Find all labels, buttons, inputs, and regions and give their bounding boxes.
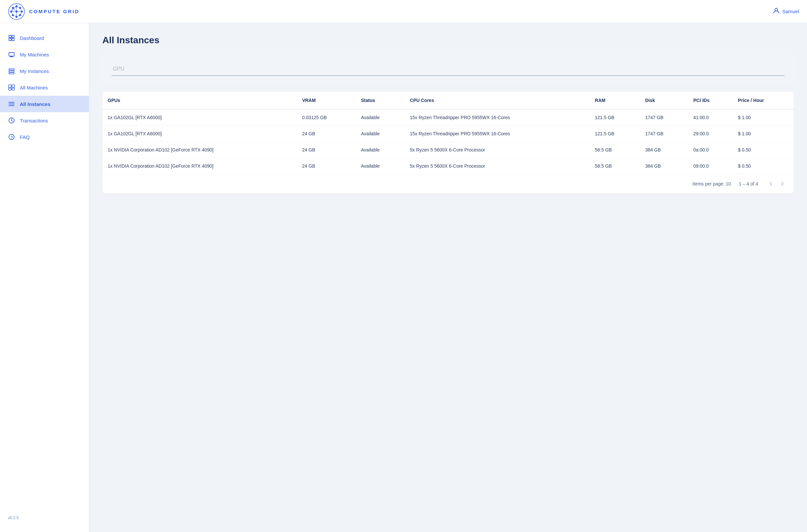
cell-vram-2: 24 GB [297, 142, 356, 158]
col-vram: VRAM [297, 92, 356, 109]
pagination-next-button[interactable] [777, 179, 787, 188]
col-cpu-cores: CPU Cores [405, 92, 589, 109]
svg-rect-34 [9, 73, 14, 74]
svg-rect-26 [12, 35, 14, 38]
col-disk: Disk [640, 92, 688, 109]
sidebar-item-dashboard[interactable]: Dashboard [0, 30, 89, 46]
cell-disk-1: 1747 GB [640, 126, 688, 142]
svg-rect-33 [9, 71, 14, 72]
username: Samuel [782, 8, 799, 14]
cell-vram-1: 24 GB [297, 126, 356, 142]
sidebar-item-all-machines[interactable]: All Machines [0, 79, 89, 96]
cell-price_hour-2: $ 0.50 [733, 142, 794, 158]
svg-text:?: ? [11, 135, 13, 139]
user-icon [773, 7, 780, 16]
sidebar-item-label: My Instances [20, 68, 49, 74]
logo-icon [8, 3, 25, 20]
all-instances-icon [8, 100, 15, 108]
cell-pci_ids-0: 41:00.0 [688, 109, 733, 126]
cell-cpu_cores-0: 15x Ryzen Threadripper PRO 5955WX 16-Cor… [405, 109, 589, 126]
instances-table: GPUs VRAM Status CPU Cores RAM Disk PCI … [102, 92, 794, 174]
cell-status-3: Available [356, 158, 405, 174]
svg-rect-28 [12, 38, 14, 41]
logo-text: COMPUTE GRID [29, 8, 79, 14]
cell-gpus-3: 1x NVIDIA Corporation AD102 [GeForce RTX… [102, 158, 297, 174]
table-row[interactable]: 1x GA102GL [RTX A6000]0.03125 GBAvailabl… [102, 109, 794, 126]
svg-rect-32 [9, 69, 14, 70]
cell-cpu_cores-1: 15x Ryzen Threadripper PRO 5955WX 16-Cor… [405, 126, 589, 142]
sidebar-item-all-instances[interactable]: All Instances [0, 96, 89, 112]
cell-price_hour-1: $ 1.00 [733, 126, 794, 142]
sidebar-item-transactions[interactable]: Transactions [0, 112, 89, 129]
cell-cpu_cores-3: 5x Ryzen 5 5600X 6-Core Processor [405, 158, 589, 174]
page-title: All Instances [102, 35, 794, 45]
sidebar-item-label: All Instances [20, 101, 51, 107]
sidebar-item-label: All Machines [20, 85, 48, 91]
cell-ram-2: 58.5 GB [590, 142, 640, 158]
faq-icon: ? [8, 133, 15, 140]
svg-line-23 [13, 8, 17, 12]
cell-status-0: Available [356, 109, 405, 126]
transactions-icon [8, 117, 15, 124]
gpu-filter-input[interactable] [112, 63, 785, 76]
table-header: GPUs VRAM Status CPU Cores RAM Disk PCI … [102, 92, 794, 109]
cell-disk-2: 384 GB [640, 142, 688, 158]
items-per-page: Items per page: 10 [692, 181, 731, 187]
top-header: COMPUTE GRID Samuel [0, 0, 807, 23]
table-row[interactable]: 1x NVIDIA Corporation AD102 [GeForce RTX… [102, 142, 794, 158]
col-ram: RAM [590, 92, 640, 109]
instances-table-card: GPUs VRAM Status CPU Cores RAM Disk PCI … [102, 92, 794, 193]
cell-vram-0: 0.03125 GB [297, 109, 356, 126]
cell-vram-3: 24 GB [297, 158, 356, 174]
sidebar-item-my-machines[interactable]: My Machines [0, 46, 89, 63]
cell-disk-3: 384 GB [640, 158, 688, 174]
pagination-prev-button[interactable] [766, 179, 776, 188]
cell-pci_ids-2: 0a:00.0 [688, 142, 733, 158]
cell-pci_ids-1: 29:00.0 [688, 126, 733, 142]
svg-rect-35 [8, 85, 11, 88]
cell-ram-3: 58.5 GB [590, 158, 640, 174]
all-machines-icon [8, 84, 15, 91]
cell-price_hour-0: $ 1.00 [733, 109, 794, 126]
pagination-range: 1 – 4 of 4 [739, 181, 758, 187]
col-price-hour: Price / Hour [733, 92, 794, 109]
filter-card [102, 55, 794, 84]
cell-ram-1: 121.5 GB [590, 126, 640, 142]
table-body: 1x GA102GL [RTX A6000]0.03125 GBAvailabl… [102, 109, 794, 174]
cell-pci_ids-3: 09:00.0 [688, 158, 733, 174]
cell-status-2: Available [356, 142, 405, 158]
content-area: All Instances GPUs VRAM Status CPU Cores… [89, 23, 807, 532]
svg-rect-27 [9, 38, 11, 41]
sidebar-item-label: FAQ [20, 134, 30, 140]
svg-rect-37 [8, 88, 11, 90]
table-row[interactable]: 1x GA102GL [RTX A6000]24 GBAvailable15x … [102, 126, 794, 142]
pagination-row: Items per page: 10 1 – 4 of 4 [102, 174, 794, 193]
cell-ram-0: 121.5 GB [590, 109, 640, 126]
sidebar-item-label: My Machines [20, 52, 49, 57]
logo-area: COMPUTE GRID [8, 3, 79, 20]
user-area[interactable]: Samuel [773, 7, 799, 16]
cell-gpus-1: 1x GA102GL [RTX A6000] [102, 126, 297, 142]
sidebar: Dashboard My Machines [0, 23, 89, 532]
main-layout: Dashboard My Machines [0, 23, 807, 532]
sidebar-item-label: Dashboard [20, 35, 44, 41]
cell-gpus-2: 1x NVIDIA Corporation AD102 [GeForce RTX… [102, 142, 297, 158]
svg-rect-25 [9, 35, 11, 38]
sidebar-item-my-instances[interactable]: My Instances [0, 63, 89, 79]
sidebar-item-faq[interactable]: ? FAQ [0, 129, 89, 145]
pagination-buttons [766, 179, 787, 188]
svg-rect-36 [12, 85, 15, 88]
cell-cpu_cores-2: 5x Ryzen 5 5600X 6-Core Processor [405, 142, 589, 158]
dashboard-icon [8, 34, 15, 42]
sidebar-nav: Dashboard My Machines [0, 30, 89, 510]
table-row[interactable]: 1x NVIDIA Corporation AD102 [GeForce RTX… [102, 158, 794, 174]
cell-gpus-0: 1x GA102GL [RTX A6000] [102, 109, 297, 126]
col-pci-ids: PCI IDs [688, 92, 733, 109]
col-gpus: GPUs [102, 92, 297, 109]
cell-status-1: Available [356, 126, 405, 142]
sidebar-item-label: Transactions [20, 118, 48, 124]
cell-disk-0: 1747 GB [640, 109, 688, 126]
col-status: Status [356, 92, 405, 109]
svg-rect-38 [12, 88, 15, 90]
svg-point-24 [775, 8, 777, 11]
